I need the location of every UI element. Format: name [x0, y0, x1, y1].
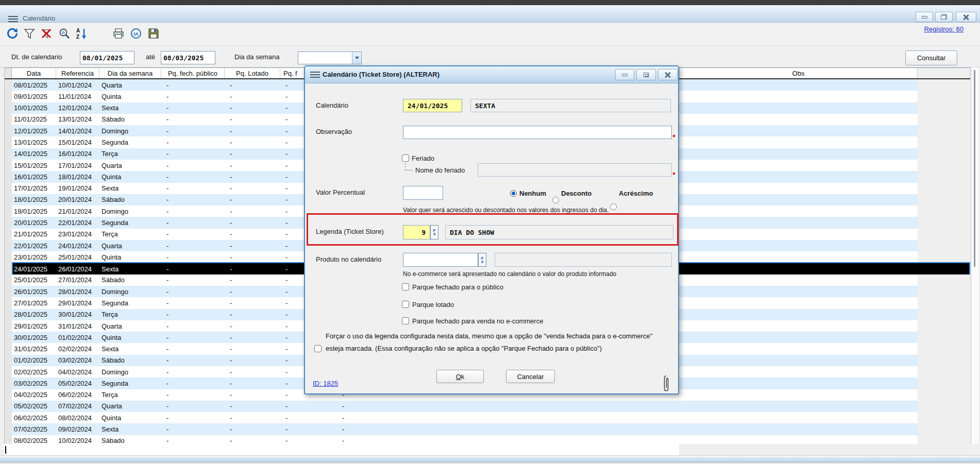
- dialog-maximize-button[interactable]: [636, 69, 656, 80]
- acrescimo-radio[interactable]: [610, 203, 617, 210]
- table-cell[interactable]: Sexta: [99, 102, 162, 114]
- table-cell[interactable]: -: [225, 355, 281, 367]
- row-indicator[interactable]: [5, 355, 12, 367]
- print-icon[interactable]: [112, 27, 125, 40]
- table-cell[interactable]: [918, 274, 970, 286]
- table-cell[interactable]: 08/01/2025: [12, 79, 57, 91]
- scrollbar-thumb[interactable]: [974, 70, 975, 267]
- table-cell[interactable]: 24/01/2025: [12, 263, 57, 274]
- column-header-pq-fech-publico[interactable]: Pq. fech. público: [161, 68, 225, 78]
- table-cell[interactable]: Sexta: [99, 343, 162, 355]
- column-header-row-indicator[interactable]: [5, 68, 12, 78]
- row-indicator[interactable]: [5, 125, 12, 137]
- table-cell[interactable]: Domingo: [99, 205, 162, 217]
- table-cell[interactable]: -: [161, 309, 225, 321]
- table-cell[interactable]: 12/01/2024: [56, 102, 100, 114]
- table-cell[interactable]: [918, 423, 970, 435]
- row-indicator[interactable]: [5, 240, 12, 252]
- table-cell[interactable]: [918, 102, 970, 114]
- table-cell[interactable]: Sábado: [99, 114, 162, 126]
- table-cell[interactable]: [680, 377, 918, 389]
- table-cell[interactable]: -: [225, 401, 281, 413]
- table-cell[interactable]: 12/01/2025: [12, 125, 57, 137]
- table-cell[interactable]: -: [225, 160, 281, 171]
- table-cell[interactable]: 08/02/2024: [56, 412, 100, 424]
- row-indicator[interactable]: [5, 229, 12, 240]
- dialog-close-button[interactable]: [658, 69, 678, 80]
- table-cell[interactable]: 05/02/2025: [12, 401, 57, 413]
- forcar-legenda-checkbox[interactable]: [314, 345, 322, 352]
- minimize-button[interactable]: [916, 12, 933, 22]
- table-cell[interactable]: [680, 389, 918, 401]
- table-cell[interactable]: -: [225, 125, 281, 137]
- table-cell[interactable]: [918, 91, 970, 102]
- table-cell[interactable]: -: [225, 286, 281, 298]
- table-cell[interactable]: [918, 183, 970, 195]
- table-cell[interactable]: -: [225, 91, 281, 102]
- table-cell[interactable]: 30/01/2025: [12, 332, 57, 343]
- table-cell[interactable]: Domingo: [99, 286, 162, 298]
- table-cell[interactable]: [680, 136, 918, 148]
- table-cell[interactable]: 25/01/2024: [56, 251, 100, 263]
- table-cell[interactable]: [394, 401, 680, 413]
- table-cell[interactable]: 10/02/2024: [56, 435, 100, 444]
- table-cell[interactable]: [680, 229, 918, 240]
- main-menu-icon[interactable]: [8, 16, 18, 22]
- table-cell[interactable]: [394, 435, 680, 444]
- table-cell[interactable]: [680, 435, 918, 444]
- consultar-button[interactable]: Consultar: [905, 50, 957, 65]
- table-cell[interactable]: -: [161, 355, 225, 367]
- combobox-dropdown-button[interactable]: [352, 52, 361, 64]
- table-cell[interactable]: Quinta: [99, 171, 162, 183]
- table-cell[interactable]: [680, 194, 918, 206]
- table-cell[interactable]: [918, 251, 970, 263]
- table-cell[interactable]: 28/01/2024: [56, 286, 100, 298]
- table-cell[interactable]: [680, 240, 918, 252]
- row-indicator[interactable]: [5, 136, 12, 148]
- table-cell[interactable]: -: [225, 251, 281, 263]
- row-indicator[interactable]: [5, 91, 12, 102]
- table-cell[interactable]: [918, 240, 970, 252]
- table-cell[interactable]: Domingo: [99, 125, 162, 137]
- table-cell[interactable]: [918, 435, 970, 444]
- nenhum-radio[interactable]: [510, 190, 517, 197]
- table-cell[interactable]: [680, 125, 918, 137]
- table-cell[interactable]: [680, 286, 918, 298]
- table-cell[interactable]: Quarta: [99, 79, 162, 91]
- table-cell[interactable]: -: [225, 79, 281, 91]
- calendario-date-field[interactable]: 24/01/2025: [403, 99, 462, 112]
- table-cell[interactable]: 23/01/2025: [12, 251, 57, 263]
- nenhum-radio-label[interactable]: Nenhum: [519, 190, 546, 197]
- restore-button[interactable]: [935, 12, 953, 22]
- table-cell[interactable]: Sexta: [99, 183, 162, 195]
- table-cell[interactable]: [918, 355, 970, 367]
- table-cell[interactable]: [680, 343, 918, 355]
- table-cell[interactable]: [918, 125, 970, 137]
- table-cell[interactable]: [680, 355, 918, 367]
- table-cell[interactable]: 29/01/2025: [12, 320, 57, 332]
- table-cell[interactable]: -: [161, 148, 225, 160]
- table-cell[interactable]: -: [225, 274, 281, 286]
- column-header-filler[interactable]: [918, 68, 970, 78]
- table-cell[interactable]: -: [280, 412, 337, 424]
- table-cell[interactable]: 21/01/2024: [56, 205, 100, 217]
- table-cell[interactable]: Quinta: [99, 412, 162, 424]
- table-cell[interactable]: 01/02/2025: [12, 355, 57, 367]
- table-cell[interactable]: 02/02/2024: [56, 343, 100, 355]
- row-indicator[interactable]: [5, 320, 12, 332]
- ia-badge-icon[interactable]: IA: [130, 27, 142, 40]
- row-indicator[interactable]: [5, 343, 12, 355]
- table-cell[interactable]: -: [280, 435, 337, 444]
- parque-lotado-checkbox[interactable]: [402, 301, 409, 308]
- ok-button[interactable]: Ok: [436, 370, 484, 383]
- table-cell[interactable]: [918, 401, 970, 413]
- cancelar-button[interactable]: Cancelar: [506, 370, 555, 383]
- table-cell[interactable]: -: [225, 412, 281, 424]
- table-cell[interactable]: 04/02/2025: [12, 389, 57, 401]
- refresh-icon[interactable]: [6, 27, 19, 40]
- table-cell[interactable]: [394, 423, 680, 435]
- table-cell[interactable]: -: [225, 240, 281, 252]
- table-cell[interactable]: -: [225, 263, 281, 274]
- table-cell[interactable]: -: [161, 297, 225, 309]
- table-cell[interactable]: Sábado: [99, 274, 162, 286]
